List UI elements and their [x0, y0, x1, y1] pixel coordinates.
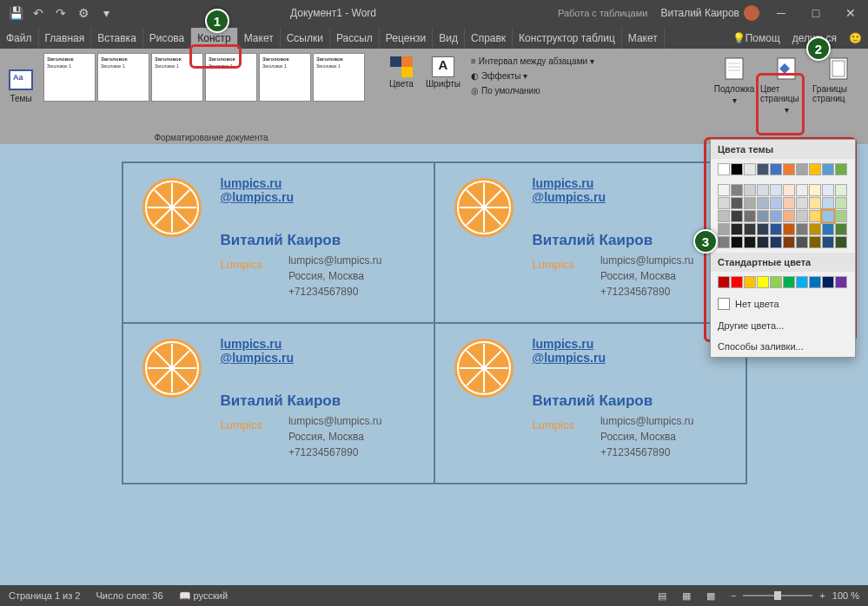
tab-table-design[interactable]: Конструктор таблиц	[513, 28, 622, 49]
qat-dropdown-icon[interactable]: ▾	[97, 4, 115, 22]
color-swatch[interactable]	[809, 236, 821, 248]
color-swatch[interactable]	[770, 163, 782, 175]
color-swatch[interactable]	[770, 197, 782, 209]
color-swatch[interactable]	[718, 276, 730, 288]
undo-icon[interactable]: ↶	[30, 4, 47, 22]
close-button[interactable]: ✕	[833, 0, 868, 26]
color-swatch[interactable]	[757, 236, 769, 248]
paragraph-spacing-button[interactable]: ≡ Интервал между абзацами ▾	[471, 56, 629, 66]
no-color-option[interactable]: Нет цвета	[711, 293, 855, 315]
color-swatch[interactable]	[796, 163, 808, 175]
color-swatch[interactable]	[744, 210, 756, 222]
color-swatch[interactable]	[783, 184, 795, 196]
color-swatch[interactable]	[783, 223, 795, 235]
color-swatch[interactable]	[822, 223, 834, 235]
card-link-handle[interactable]: @lumpics.ru	[221, 351, 416, 365]
color-swatch[interactable]	[744, 276, 756, 288]
color-swatch[interactable]	[718, 223, 730, 235]
color-swatch[interactable]	[822, 210, 834, 222]
color-swatch[interactable]	[809, 210, 821, 222]
set-default-button[interactable]: ◎ По умолчанию	[471, 86, 629, 96]
view-print-icon[interactable]: ▦	[682, 590, 691, 602]
card-link-url[interactable]: lumpics.ru	[533, 337, 728, 351]
color-swatch[interactable]	[783, 163, 795, 175]
theme-gallery[interactable]: ЗаголовокЗаголовок 1 ЗаголовокЗаголовок …	[42, 51, 381, 103]
fill-effects-option[interactable]: Способы заливки...	[711, 336, 855, 357]
color-swatch[interactable]	[783, 236, 795, 248]
color-swatch[interactable]	[783, 276, 795, 288]
tell-me[interactable]: 💡 Помощ	[726, 28, 786, 49]
color-swatch[interactable]	[744, 163, 756, 175]
tab-help[interactable]: Справк	[465, 28, 513, 49]
color-swatch[interactable]	[835, 197, 847, 209]
themes-button[interactable]: Темы	[3, 51, 38, 121]
color-swatch[interactable]	[744, 223, 756, 235]
zoom-control[interactable]: −+ 100 %	[731, 590, 859, 601]
color-swatch[interactable]	[809, 184, 821, 196]
color-swatch[interactable]	[835, 163, 847, 175]
emoji-button[interactable]: 🙂	[843, 28, 868, 49]
card-link-handle[interactable]: @lumpics.ru	[533, 190, 728, 204]
business-card[interactable]: lumpics.ru @lumpics.ru Виталий Каиров Lu…	[434, 323, 746, 484]
tab-layout[interactable]: Макет	[238, 28, 281, 49]
card-link-handle[interactable]: @lumpics.ru	[533, 351, 728, 365]
color-swatch[interactable]	[796, 210, 808, 222]
color-swatch[interactable]	[835, 276, 847, 288]
tab-insert[interactable]: Вставка	[91, 28, 143, 49]
watermark-button[interactable]: Подложка▾	[708, 51, 760, 144]
minimize-button[interactable]: ─	[764, 0, 798, 26]
color-swatch[interactable]	[731, 163, 743, 175]
color-swatch[interactable]	[809, 163, 821, 175]
word-count[interactable]: Число слов: 36	[96, 590, 162, 601]
card-link-handle[interactable]: @lumpics.ru	[221, 190, 416, 204]
page-status[interactable]: Страница 1 из 2	[9, 590, 80, 601]
color-swatch[interactable]	[796, 197, 808, 209]
card-link-url[interactable]: lumpics.ru	[533, 176, 728, 190]
customize-icon[interactable]: ⚙	[75, 4, 92, 22]
business-card[interactable]: lumpics.ru @lumpics.ru Виталий Каиров Lu…	[123, 323, 434, 484]
color-swatch[interactable]	[731, 236, 743, 248]
color-swatch[interactable]	[718, 236, 730, 248]
color-swatch[interactable]	[731, 223, 743, 235]
tab-draw[interactable]: Рисова	[143, 28, 191, 49]
color-swatch[interactable]	[770, 210, 782, 222]
color-swatch[interactable]	[731, 197, 743, 209]
color-swatch[interactable]	[744, 236, 756, 248]
color-swatch[interactable]	[796, 276, 808, 288]
view-web-icon[interactable]: ▩	[706, 590, 715, 602]
maximize-button[interactable]: □	[798, 0, 833, 26]
color-swatch[interactable]	[835, 184, 847, 196]
color-swatch[interactable]	[718, 197, 730, 209]
color-swatch[interactable]	[835, 223, 847, 235]
page-borders-button[interactable]: Границы страниц	[812, 51, 865, 144]
color-swatch[interactable]	[770, 276, 782, 288]
color-swatch[interactable]	[783, 210, 795, 222]
color-swatch[interactable]	[718, 163, 730, 175]
color-swatch[interactable]	[822, 197, 834, 209]
save-icon[interactable]: 💾	[7, 4, 24, 22]
more-colors-option[interactable]: Другие цвета...	[711, 315, 855, 336]
color-swatch[interactable]	[835, 210, 847, 222]
color-swatch[interactable]	[718, 210, 730, 222]
redo-icon[interactable]: ↷	[52, 4, 70, 22]
color-swatch[interactable]	[822, 163, 834, 175]
color-swatch[interactable]	[809, 223, 821, 235]
color-swatch[interactable]	[718, 184, 730, 196]
color-swatch[interactable]	[757, 197, 769, 209]
page-color-button[interactable]: Цвет страницы▾	[760, 51, 812, 144]
language-status[interactable]: 📖 русский	[179, 590, 229, 602]
color-swatch[interactable]	[770, 184, 782, 196]
color-swatch[interactable]	[757, 223, 769, 235]
color-swatch[interactable]	[757, 276, 769, 288]
view-read-icon[interactable]: ▤	[658, 590, 666, 602]
color-swatch[interactable]	[822, 276, 834, 288]
tab-mailings[interactable]: Рассыл	[330, 28, 380, 49]
color-swatch[interactable]	[731, 184, 743, 196]
tab-references[interactable]: Ссылки	[281, 28, 330, 49]
business-card[interactable]: lumpics.ru @lumpics.ru Виталий Каиров Lu…	[123, 162, 434, 323]
color-swatch[interactable]	[757, 210, 769, 222]
color-swatch[interactable]	[835, 236, 847, 248]
card-link-url[interactable]: lumpics.ru	[221, 337, 416, 351]
color-swatch[interactable]	[809, 197, 821, 209]
color-swatch[interactable]	[731, 276, 743, 288]
